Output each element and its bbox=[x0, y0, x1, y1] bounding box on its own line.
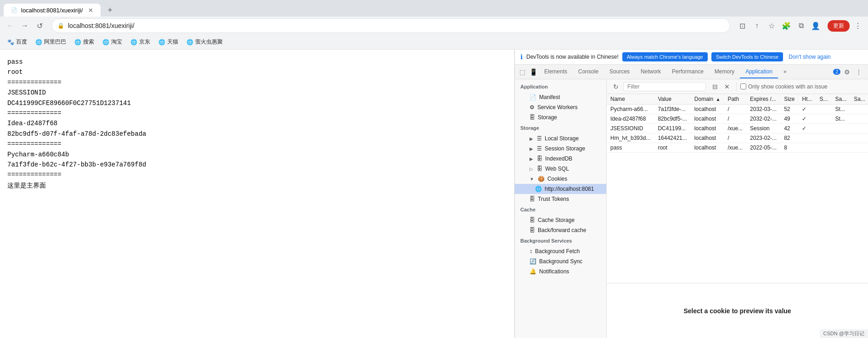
tab-more[interactable]: » bbox=[778, 66, 792, 78]
sidebar-item-background-fetch[interactable]: ↕ Background Fetch bbox=[515, 246, 606, 256]
table-row[interactable]: JSESSIONIDDC41199...localhost/xue...Sess… bbox=[607, 124, 868, 133]
sidebar-item-session-storage[interactable]: ▶ ☰ Session Storage bbox=[515, 144, 606, 154]
sidebar-item-localhost[interactable]: 🌐 http://localhost:8081 bbox=[515, 184, 606, 194]
browser-chrome: 📄 localhost:8081/xuexiriji/ ✕ + ← → ↺ 🔒 … bbox=[0, 0, 868, 50]
section-header-application: Application bbox=[515, 81, 606, 92]
toolbar-icon-group: ⊟ ✕ bbox=[710, 81, 733, 92]
settings-icon[interactable]: ⚙ bbox=[841, 66, 852, 78]
bookmark-search[interactable]: 🌐搜索 bbox=[71, 37, 98, 47]
col-expires[interactable]: Expires /... bbox=[746, 94, 780, 105]
sidebar-item-notifications[interactable]: 🔔 Notifications bbox=[515, 266, 606, 277]
table-row[interactable]: Hm_lvt_b393d...16442421...localhost/2023… bbox=[607, 133, 868, 143]
content-line-7: Idea-d2487f68 bbox=[7, 118, 507, 128]
issues-checkbox-input[interactable] bbox=[740, 83, 746, 89]
col-name[interactable]: Name bbox=[607, 94, 654, 105]
bookmark-alibaba[interactable]: 🌐阿里巴巴 bbox=[32, 37, 70, 47]
filter-options-button[interactable]: ⊟ bbox=[710, 81, 721, 92]
background-sync-icon: 🔄 bbox=[530, 258, 536, 265]
reload-button[interactable]: ↺ bbox=[33, 19, 46, 32]
dont-show-button[interactable]: Don't show again bbox=[789, 54, 831, 60]
nav-bar: ← → ↺ 🔒 localhost:8081/xuexiriji/ ⊡ ↑ ☆ … bbox=[0, 17, 868, 35]
bookmark-yinghuochong[interactable]: 🌐萤火虫惠聚 bbox=[183, 37, 226, 47]
tab-console[interactable]: Console bbox=[573, 66, 604, 78]
tab-elements[interactable]: Elements bbox=[539, 66, 573, 78]
col-path[interactable]: Path bbox=[724, 94, 746, 105]
tab-network[interactable]: Network bbox=[635, 66, 666, 78]
sidebar-item-trust-tokens[interactable]: 🗄 Trust Tokens bbox=[515, 194, 606, 204]
more-options-icon[interactable]: ⋮ bbox=[853, 66, 864, 78]
local-storage-icon: ☰ bbox=[537, 135, 542, 142]
devtools-sidebar: Application 📄 Manifest ⚙ Service Workers… bbox=[515, 79, 607, 338]
device-mode-icon[interactable]: 📱 bbox=[528, 66, 539, 78]
web-sql-icon: 🗄 bbox=[537, 166, 542, 172]
switch-to-chinese-button[interactable]: Switch DevTools to Chinese bbox=[711, 52, 783, 61]
content-line-3: ============== bbox=[7, 78, 507, 88]
sidebar-item-storage[interactable]: 🗄 Storage bbox=[515, 112, 606, 122]
back-button[interactable]: ← bbox=[4, 19, 17, 32]
refresh-cookies-button[interactable]: ↻ bbox=[610, 81, 621, 92]
tab-sources[interactable]: Sources bbox=[604, 66, 635, 78]
sidebar-item-background-sync[interactable]: 🔄 Background Sync bbox=[515, 256, 606, 266]
table-row[interactable]: Pycharm-a66...7a1f3fde-...localhost/2032… bbox=[607, 105, 868, 114]
menu-button[interactable]: ⋮ bbox=[851, 19, 864, 32]
update-button[interactable]: 更新 bbox=[828, 20, 850, 32]
window-button[interactable]: ⧉ bbox=[795, 19, 807, 32]
sidebar-item-cookies[interactable]: ▼ 🍪 Cookies bbox=[515, 174, 606, 184]
only-show-issues-checkbox[interactable]: Only show cookies with an issue bbox=[740, 83, 828, 90]
bookmark-taobao[interactable]: 🌐淘宝 bbox=[99, 37, 126, 47]
active-tab[interactable]: 📄 localhost:8081/xuexiriji/ ✕ bbox=[4, 4, 101, 17]
sidebar-item-indexeddb[interactable]: ▶ 🗄 IndexedDB bbox=[515, 154, 606, 164]
cast-button[interactable]: ⊡ bbox=[736, 19, 749, 32]
manifest-icon: 📄 bbox=[530, 94, 536, 100]
col-sa1[interactable]: Sa... bbox=[832, 94, 851, 105]
content-line-9: ============== bbox=[7, 139, 507, 149]
bookmark-jd[interactable]: 🌐京东 bbox=[127, 37, 154, 47]
col-value[interactable]: Value bbox=[654, 94, 690, 105]
table-row[interactable]: passrootlocalhost/xue...2022-05-...8M... bbox=[607, 143, 868, 153]
col-size[interactable]: Size bbox=[780, 94, 798, 105]
expand-icon: ▼ bbox=[530, 177, 534, 182]
address-bar[interactable]: 🔒 localhost:8081/xuexiriji/ bbox=[51, 18, 730, 33]
footer: CSDN @学习日记 bbox=[820, 329, 868, 338]
match-language-button[interactable]: Always match Chrome's language bbox=[622, 52, 708, 61]
back-forward-cache-icon: 🗄 bbox=[530, 227, 535, 233]
sidebar-item-web-sql[interactable]: ▷ 🗄 Web SQL bbox=[515, 164, 606, 174]
bookmark-tmall[interactable]: 🌐天猫 bbox=[155, 37, 182, 47]
bookmark-button[interactable]: ☆ bbox=[765, 19, 778, 32]
clear-filter-button[interactable]: ✕ bbox=[721, 81, 733, 92]
tab-bar: 📄 localhost:8081/xuexiriji/ ✕ + bbox=[0, 0, 868, 17]
tab-memory[interactable]: Memory bbox=[709, 66, 740, 78]
col-domain[interactable]: Domain ▲ bbox=[691, 94, 724, 105]
col-sa2[interactable]: Sa... bbox=[850, 94, 868, 105]
new-tab-button[interactable]: + bbox=[104, 5, 115, 16]
sidebar-item-local-storage[interactable]: ▶ ☰ Local Storage bbox=[515, 133, 606, 144]
devtools-icons: 2 ⚙ ⋮ bbox=[831, 66, 866, 78]
content-line-11: 7a1f3fde-b62c-4f27-bb3b-e93e7a769f8d bbox=[7, 160, 507, 170]
sidebar-item-cache-storage[interactable]: 🗄 Cache Storage bbox=[515, 215, 606, 225]
forward-button[interactable]: → bbox=[18, 19, 31, 32]
content-line-12: ============== bbox=[7, 170, 507, 180]
col-s[interactable]: S... bbox=[816, 94, 831, 105]
background-fetch-icon: ↕ bbox=[530, 248, 532, 255]
tab-performance[interactable]: Performance bbox=[666, 66, 709, 78]
share-button[interactable]: ↑ bbox=[750, 19, 763, 32]
notification-text: DevTools is now available in Chinese! bbox=[526, 54, 619, 60]
devtools-panel: ℹ DevTools is now available in Chinese! … bbox=[514, 50, 868, 338]
bookmarks-bar: 🐾百度 🌐阿里巴巴 🌐搜索 🌐淘宝 🌐京东 🌐天猫 🌐萤火虫惠聚 bbox=[0, 35, 868, 50]
content-line-4: JSESSIONID bbox=[7, 88, 507, 98]
table-row[interactable]: Idea-d2487f6882bc9df5-...localhost/2032-… bbox=[607, 114, 868, 124]
sidebar-item-service-workers[interactable]: ⚙ Service Workers bbox=[515, 102, 606, 112]
bookmark-baidu[interactable]: 🐾百度 bbox=[4, 37, 31, 47]
devtools-notification-bar: ℹ DevTools is now available in Chinese! … bbox=[515, 50, 868, 65]
inspect-icon[interactable]: ⬚ bbox=[517, 66, 528, 78]
devtools-tab-bar: ⬚ 📱 Elements Console Sources Network Per… bbox=[515, 65, 868, 79]
filter-input[interactable] bbox=[623, 82, 706, 91]
sidebar-item-back-forward-cache[interactable]: 🗄 Back/forward cache bbox=[515, 225, 606, 235]
col-ht[interactable]: Ht... bbox=[798, 94, 816, 105]
nav-icons-right: ⊡ ↑ ☆ 🧩 ⧉ 👤 更新 ⋮ bbox=[736, 19, 864, 32]
sidebar-item-manifest[interactable]: 📄 Manifest bbox=[515, 92, 606, 102]
profile-button[interactable]: 👤 bbox=[809, 19, 822, 32]
extension-button[interactable]: 🧩 bbox=[780, 19, 793, 32]
tab-application[interactable]: Application bbox=[740, 66, 778, 78]
notifications-icon: 🔔 bbox=[530, 268, 536, 275]
